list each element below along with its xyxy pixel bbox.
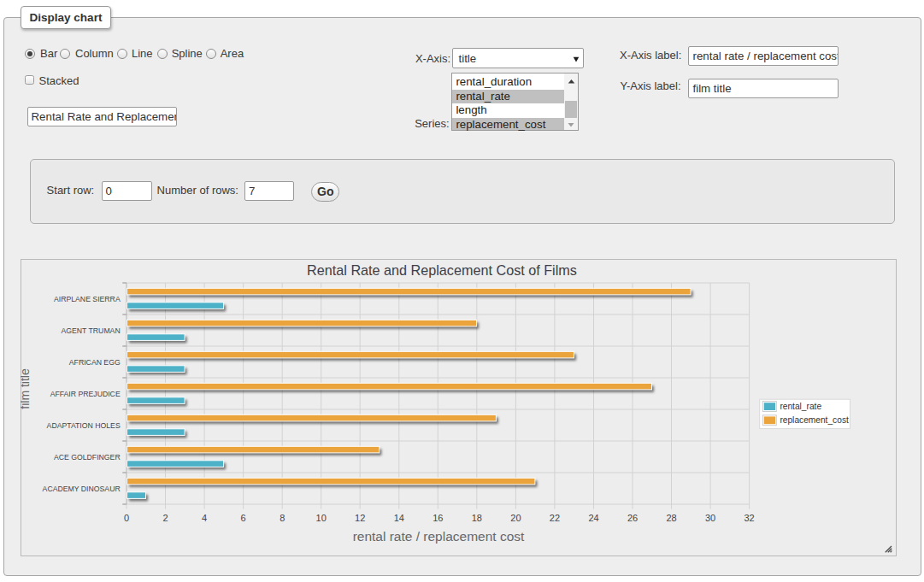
svg-text:AFRICAN EGG: AFRICAN EGG: [69, 358, 121, 367]
svg-text:10: 10: [316, 513, 327, 523]
svg-text:12: 12: [355, 513, 365, 523]
svg-text:22: 22: [550, 513, 560, 523]
svg-text:28: 28: [666, 513, 676, 523]
svg-text:2: 2: [162, 513, 168, 523]
svg-text:8: 8: [280, 513, 285, 523]
svg-text:AIRPLANE SIERRA: AIRPLANE SIERRA: [54, 295, 121, 303]
svg-text:0: 0: [124, 513, 129, 523]
svg-text:26: 26: [627, 513, 638, 523]
svg-text:replacement_cost: replacement_cost: [780, 415, 849, 425]
svg-text:rental_rate: rental_rate: [780, 402, 821, 411]
svg-text:rental rate / replacement cost: rental rate / replacement cost: [353, 529, 525, 544]
svg-text:AFFAIR PREJUDICE: AFFAIR PREJUDICE: [50, 390, 121, 398]
svg-text:Rental Rate and Replacement Co: Rental Rate and Replacement Cost of Film…: [307, 262, 577, 278]
svg-text:20: 20: [510, 513, 521, 523]
svg-text:ACADEMY DINOSAUR: ACADEMY DINOSAUR: [43, 485, 121, 493]
svg-text:18: 18: [472, 513, 482, 523]
svg-text:ACE GOLDFINGER: ACE GOLDFINGER: [54, 453, 121, 461]
svg-text:14: 14: [394, 513, 404, 523]
svg-text:6: 6: [241, 513, 246, 523]
svg-text:32: 32: [744, 513, 754, 523]
svg-text:film title: film title: [21, 368, 32, 409]
svg-text:24: 24: [588, 513, 598, 523]
svg-text:ADAPTATION HOLES: ADAPTATION HOLES: [47, 421, 121, 430]
svg-text:AGENT TRUMAN: AGENT TRUMAN: [62, 326, 121, 335]
svg-text:4: 4: [202, 513, 207, 523]
svg-text:16: 16: [433, 513, 443, 523]
svg-text:30: 30: [705, 513, 715, 523]
